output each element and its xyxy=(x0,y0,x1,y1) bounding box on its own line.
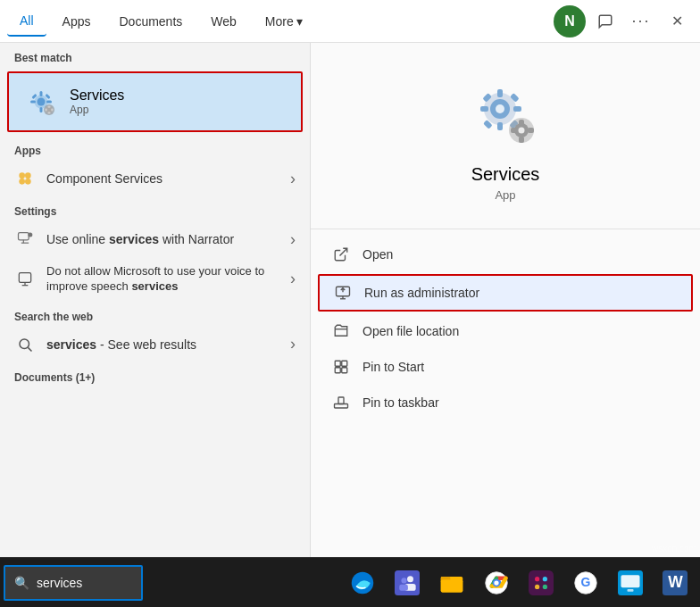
chevron-down-icon xyxy=(296,14,303,29)
app-detail: Services App xyxy=(311,43,700,229)
top-navigation: All Apps Documents Web More N ··· ✕ xyxy=(0,0,700,43)
svg-rect-2 xyxy=(40,91,43,96)
svg-rect-55 xyxy=(338,397,344,404)
svg-point-68 xyxy=(494,580,498,585)
search-input[interactable] xyxy=(37,576,126,590)
taskbar-teams[interactable] xyxy=(386,561,429,604)
pin-to-start-icon xyxy=(332,358,350,376)
best-match-item[interactable]: Services App xyxy=(7,71,303,132)
component-services-icon xyxy=(14,168,36,189)
close-icon[interactable]: ✕ xyxy=(661,5,693,37)
svg-point-72 xyxy=(543,584,547,588)
tab-all[interactable]: All xyxy=(7,6,46,37)
web-search-item[interactable]: services - See web results xyxy=(0,327,310,362)
svg-rect-10 xyxy=(48,106,51,108)
feedback-icon[interactable] xyxy=(589,5,621,37)
chevron-right-icon-3 xyxy=(290,270,296,288)
svg-rect-52 xyxy=(335,368,340,373)
search-icon xyxy=(14,334,36,355)
tab-web[interactable]: Web xyxy=(198,7,249,36)
narrator-icon xyxy=(14,229,36,250)
chevron-right-icon-4 xyxy=(290,335,296,353)
svg-text:W: W xyxy=(668,573,683,591)
left-panel: Best match xyxy=(0,43,311,557)
open-icon xyxy=(332,245,350,263)
svg-rect-11 xyxy=(48,112,51,113)
chevron-right-icon-2 xyxy=(290,230,296,249)
taskbar-edge[interactable] xyxy=(341,561,384,604)
svg-rect-12 xyxy=(46,109,47,112)
svg-rect-77 xyxy=(621,575,640,587)
open-file-location-label: Open file location xyxy=(362,324,459,338)
svg-rect-51 xyxy=(342,361,347,366)
taskbar-slack[interactable] xyxy=(520,561,562,604)
narrator-label: Use online services with Narrator xyxy=(46,232,279,246)
web-search-label: services - See web results xyxy=(46,337,279,352)
svg-rect-18 xyxy=(19,233,29,240)
svg-rect-42 xyxy=(519,137,524,143)
more-options-icon[interactable]: ··· xyxy=(625,5,657,37)
search-box-icon: 🔍 xyxy=(14,576,29,590)
svg-rect-53 xyxy=(342,368,347,373)
svg-rect-44 xyxy=(528,128,534,133)
open-file-location-action[interactable]: Open file location xyxy=(311,313,700,349)
svg-point-71 xyxy=(543,577,547,581)
pin-to-taskbar-icon xyxy=(332,394,350,412)
svg-rect-41 xyxy=(519,120,524,126)
svg-point-17 xyxy=(25,179,31,185)
app-detail-icon xyxy=(470,79,541,150)
action-list: Open Run as administrator xyxy=(311,229,700,428)
svg-line-26 xyxy=(28,347,31,351)
svg-rect-57 xyxy=(395,570,420,595)
tab-documents[interactable]: Documents xyxy=(106,7,195,36)
documents-section-label: Documents (1+) xyxy=(0,362,310,387)
svg-rect-22 xyxy=(19,272,30,282)
taskbar-google[interactable]: G xyxy=(564,561,607,604)
svg-point-58 xyxy=(407,576,413,582)
svg-point-29 xyxy=(496,104,504,113)
settings-narrator-item[interactable]: Use online services with Narrator xyxy=(0,221,310,257)
main-content: Best match xyxy=(0,43,700,557)
svg-point-14 xyxy=(19,172,25,179)
run-as-admin-action[interactable]: Run as administrator xyxy=(318,274,693,312)
svg-rect-13 xyxy=(51,109,53,112)
user-avatar[interactable]: N xyxy=(554,5,586,37)
svg-point-21 xyxy=(28,233,32,237)
svg-rect-69 xyxy=(529,570,554,595)
svg-rect-64 xyxy=(441,579,463,592)
run-as-admin-icon xyxy=(334,284,352,302)
svg-rect-78 xyxy=(628,589,634,592)
svg-rect-31 xyxy=(497,122,503,130)
tab-apps[interactable]: Apps xyxy=(50,7,104,36)
voice-label: Do not allow Microsoft to use your voice… xyxy=(46,264,279,295)
component-services-label: Component Services xyxy=(46,171,279,186)
best-match-label: Best match xyxy=(0,43,310,68)
best-match-subtitle: App xyxy=(70,104,124,116)
settings-voice-item[interactable]: Do not allow Microsoft to use your voice… xyxy=(0,257,310,302)
taskbar: 🔍 xyxy=(0,557,700,607)
component-services-item[interactable]: Component Services xyxy=(0,161,310,196)
svg-point-70 xyxy=(535,577,539,581)
svg-rect-3 xyxy=(40,107,43,112)
settings-section-label: Settings xyxy=(0,196,310,221)
services-icon xyxy=(23,84,59,120)
pin-to-start-action[interactable]: Pin to Start xyxy=(311,349,700,385)
taskbar-remote[interactable] xyxy=(609,561,652,604)
svg-point-60 xyxy=(401,578,406,583)
open-action[interactable]: Open xyxy=(311,237,700,272)
taskbar-word[interactable]: W xyxy=(654,561,696,604)
taskbar-file-explorer[interactable] xyxy=(430,561,473,604)
pin-to-taskbar-action[interactable]: Pin to taskbar xyxy=(311,385,700,420)
app-detail-subtitle: App xyxy=(495,188,515,202)
tab-more[interactable]: More xyxy=(253,7,315,36)
taskbar-chrome[interactable] xyxy=(475,561,518,604)
svg-point-25 xyxy=(20,339,29,349)
best-match-title: Services xyxy=(70,87,124,104)
svg-point-16 xyxy=(19,179,25,185)
svg-rect-5 xyxy=(46,101,52,104)
run-as-admin-label: Run as administrator xyxy=(364,286,479,300)
search-box[interactable]: 🔍 xyxy=(4,565,143,601)
svg-rect-32 xyxy=(480,106,488,112)
pin-to-taskbar-label: Pin to taskbar xyxy=(362,395,439,410)
right-panel: Services App Open xyxy=(311,43,700,557)
